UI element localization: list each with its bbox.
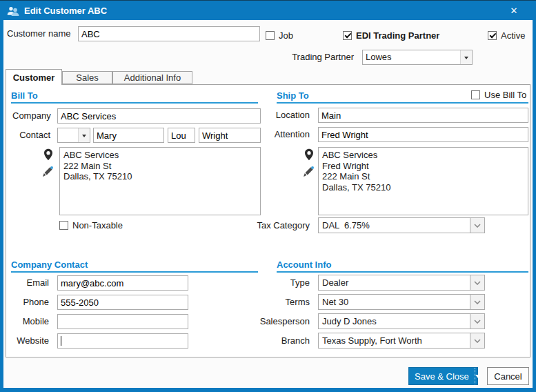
website-label: Website <box>9 333 54 349</box>
tax-category-label: Tax Category <box>246 218 315 233</box>
active-label: Active <box>497 31 525 40</box>
ship-to-rule <box>277 102 528 104</box>
non-taxable-label: Non-Taxable <box>68 221 123 230</box>
contact-title-value <box>58 128 78 142</box>
company-label: Company <box>12 108 55 124</box>
tax-category-dropdown[interactable]: DAL 6.75% <box>318 217 485 233</box>
active-checkbox-row: Active <box>488 31 525 40</box>
ship-to-section-title: Ship To <box>277 90 309 101</box>
edi-trading-partner-checkbox[interactable] <box>343 31 352 40</box>
type-value: Dealer <box>319 275 470 290</box>
phone-input[interactable] <box>57 295 188 310</box>
customer-tab-page: Bill To Company Contact <box>6 84 530 357</box>
chevron-down-icon <box>470 295 484 309</box>
type-label: Type <box>246 275 315 291</box>
terms-label: Terms <box>246 295 315 310</box>
title-bar: Edit Customer ABC ✕ <box>0 1 536 20</box>
map-pin-icon <box>304 148 314 163</box>
trading-partner-value: Lowes <box>363 50 460 64</box>
customer-name-label: Customer name <box>7 26 75 41</box>
chevron-down-icon <box>78 128 90 142</box>
map-pin-icon <box>43 148 53 163</box>
save-and-close-label: Save & Close <box>409 368 475 384</box>
edi-trading-partner-label: EDI Trading Partner <box>352 31 439 40</box>
attention-input[interactable] <box>318 127 528 142</box>
bill-to-rule <box>11 102 258 104</box>
dialog-body: Customer name Job EDI Trading Partner Ac… <box>3 20 533 388</box>
edit-pencil-icon[interactable] <box>303 166 315 179</box>
location-label: Location <box>252 108 315 123</box>
users-icon <box>7 6 19 16</box>
tab-additional-info[interactable]: Additional Info <box>112 71 192 84</box>
phone-label: Phone <box>9 295 54 310</box>
mobile-label: Mobile <box>9 314 54 329</box>
close-icon[interactable]: ✕ <box>504 1 524 20</box>
customer-name-input[interactable] <box>78 26 260 41</box>
use-bill-to-label: Use Bill To <box>480 90 526 99</box>
contact-label: Contact <box>12 128 55 143</box>
contact-title-dropdown[interactable] <box>57 128 90 143</box>
chevron-down-icon <box>470 218 484 233</box>
tab-customer[interactable]: Customer <box>6 69 62 85</box>
trading-partner-dropdown[interactable]: Lowes <box>362 50 473 65</box>
branch-dropdown[interactable]: Texas Supply, Fort Worth <box>318 333 485 349</box>
ship-address-icons <box>303 148 315 179</box>
chevron-down-icon <box>475 375 481 381</box>
bill-to-address-box[interactable]: ABC Services 222 Main St Dallas, TX 7521… <box>59 147 261 215</box>
tax-category-value: DAL 6.75% <box>319 218 470 233</box>
edi-checkbox-row: EDI Trading Partner <box>343 31 439 40</box>
use-bill-to-checkbox[interactable] <box>471 90 480 99</box>
edit-customer-dialog: Edit Customer ABC ✕ Customer name Job ED… <box>0 0 536 392</box>
salesperson-value: Judy D Jones <box>319 314 470 329</box>
cancel-button[interactable]: Cancel <box>487 367 529 385</box>
salesperson-label: Salesperson <box>246 314 315 329</box>
text-caret <box>61 336 61 346</box>
email-input[interactable] <box>57 275 188 291</box>
account-info-rule <box>277 271 528 273</box>
chevron-down-icon <box>470 333 484 348</box>
bill-to-section-title: Bill To <box>11 90 38 101</box>
non-taxable-checkbox[interactable] <box>59 221 68 230</box>
edit-pencil-icon[interactable] <box>42 166 54 179</box>
branch-label: Branch <box>246 333 315 349</box>
dialog-title: Edit Customer ABC <box>24 6 107 16</box>
salesperson-dropdown[interactable]: Judy D Jones <box>318 313 485 329</box>
job-checkbox[interactable] <box>266 31 275 40</box>
save-and-close-button[interactable]: Save & Close <box>408 367 478 385</box>
branch-value: Texas Supply, Fort Worth <box>319 333 470 348</box>
chevron-down-icon <box>460 50 472 64</box>
company-contact-section-title: Company Contact <box>11 259 88 270</box>
company-contact-rule <box>11 271 258 273</box>
job-label: Job <box>275 31 293 40</box>
job-checkbox-row: Job <box>266 31 293 40</box>
contact-last-name-input[interactable] <box>199 128 261 143</box>
location-input[interactable] <box>318 108 528 123</box>
trading-partner-label: Trading Partner <box>276 50 359 65</box>
account-info-section-title: Account Info <box>277 259 331 270</box>
terms-dropdown[interactable]: Net 30 <box>318 294 485 310</box>
ship-to-address-box[interactable]: ABC Services Fred Wright 222 Main St Dal… <box>318 147 528 215</box>
website-input[interactable] <box>57 333 188 349</box>
bill-address-icons <box>42 148 54 179</box>
chevron-down-icon <box>470 314 484 329</box>
tab-sales[interactable]: Sales <box>62 71 112 84</box>
save-options-dropdown[interactable] <box>475 368 481 384</box>
use-bill-to-row: Use Bill To <box>470 89 528 101</box>
company-input[interactable] <box>57 108 261 124</box>
type-dropdown[interactable]: Dealer <box>318 275 485 291</box>
contact-middle-name-input[interactable] <box>168 128 195 143</box>
active-checkbox[interactable] <box>488 31 497 40</box>
email-label: Email <box>9 275 54 291</box>
chevron-down-icon <box>470 275 484 290</box>
terms-value: Net 30 <box>319 295 470 309</box>
attention-label: Attention <box>252 127 315 142</box>
non-taxable-row: Non-Taxable <box>59 221 123 230</box>
mobile-input[interactable] <box>57 314 188 329</box>
contact-first-name-input[interactable] <box>93 128 164 143</box>
